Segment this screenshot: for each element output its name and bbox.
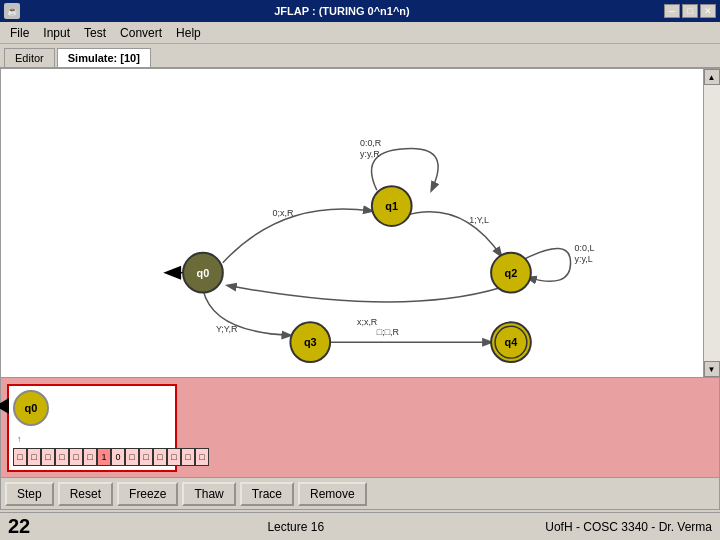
state-q1-label: q1	[385, 200, 398, 212]
maximize-button[interactable]: □	[682, 4, 698, 18]
tape-cell-2: □	[41, 448, 55, 466]
diagram-svg: 0;x,R 0:0,R y:y,R 1;Y,L x;x,R 0:0,L y:y,…	[1, 69, 703, 377]
current-state-circle: q0	[13, 390, 49, 426]
slide-number: 22	[8, 515, 30, 538]
tape-pointer-indicator: ↑	[17, 434, 171, 444]
state-q2-label: q2	[505, 267, 518, 279]
edge-q0-q1	[223, 209, 372, 263]
tape-cell-0: □	[13, 448, 27, 466]
label-q1-q2: 1;Y,L	[469, 215, 489, 225]
tape-cell-13: □	[195, 448, 209, 466]
freeze-button[interactable]: Freeze	[117, 482, 178, 506]
tab-bar: Editor Simulate: [10]	[0, 44, 720, 68]
label-q0-q3: Y;Y,R	[216, 324, 238, 334]
tape-cell-8: □	[125, 448, 139, 466]
state-pointer-arrow	[0, 398, 9, 414]
label-q2-q2b: y:y,L	[575, 254, 593, 264]
lecture-label: Lecture 16	[46, 520, 545, 534]
menu-convert[interactable]: Convert	[114, 24, 168, 42]
minimize-button[interactable]: ─	[664, 4, 680, 18]
tape-cell-3: □	[55, 448, 69, 466]
state-display-box: q0 ↑ □□□□□□10□□□□□□	[7, 384, 177, 472]
app-icon: ☕	[4, 3, 20, 19]
scroll-up-button[interactable]: ▲	[704, 69, 720, 85]
menu-bar: File Input Test Convert Help	[0, 22, 720, 44]
tape-cell-12: □	[181, 448, 195, 466]
label-q0-q1: 0;x,R	[273, 208, 294, 218]
edge-q2-q0	[228, 286, 501, 302]
tab-simulate[interactable]: Simulate: [10]	[57, 48, 151, 67]
title-bar: ☕ JFLAP : (TURING 0^n1^n) ─ □ ✕	[0, 0, 720, 22]
tape-row: □□□□□□10□□□□□□	[13, 448, 171, 466]
course-info: UofH - COSC 3340 - Dr. Verma	[545, 520, 712, 534]
scroll-track	[704, 85, 720, 361]
label-q2-q2: 0:0,L	[575, 243, 595, 253]
label-q1-q1: 0:0,R	[360, 138, 382, 148]
state-q3-label: q3	[304, 336, 317, 348]
remove-button[interactable]: Remove	[298, 482, 367, 506]
scrollbar-vertical[interactable]: ▲ ▼	[703, 69, 719, 377]
menu-file[interactable]: File	[4, 24, 35, 42]
trace-button[interactable]: Trace	[240, 482, 294, 506]
tape-cell-5: □	[83, 448, 97, 466]
tape-cell-7: 0	[111, 448, 125, 466]
step-button[interactable]: Step	[5, 482, 54, 506]
menu-help[interactable]: Help	[170, 24, 207, 42]
tab-editor[interactable]: Editor	[4, 48, 55, 67]
label-q3-q4: □;□,R	[377, 327, 400, 337]
title-buttons: ─ □ ✕	[664, 4, 716, 18]
scroll-down-button[interactable]: ▼	[704, 361, 720, 377]
state-q0-label: q0	[197, 267, 210, 279]
diagram-canvas: 0;x,R 0:0,R y:y,R 1;Y,L x;x,R 0:0,L y:y,…	[1, 69, 703, 377]
edge-q1-q1	[372, 148, 439, 190]
title-text: JFLAP : (TURING 0^n1^n)	[20, 5, 664, 17]
action-bar: Step Reset Freeze Thaw Trace Remove	[0, 478, 720, 510]
tape-cell-10: □	[153, 448, 167, 466]
tape-cell-9: □	[139, 448, 153, 466]
tape-cell-11: □	[167, 448, 181, 466]
menu-input[interactable]: Input	[37, 24, 76, 42]
menu-test[interactable]: Test	[78, 24, 112, 42]
tape-cell-1: □	[27, 448, 41, 466]
tape-cell-6: 1	[97, 448, 111, 466]
tape-cells: □□□□□□10□□□□□□	[13, 448, 209, 466]
simulation-panel: q0 ↑ □□□□□□10□□□□□□	[0, 378, 720, 478]
state-q4-label: q4	[505, 336, 518, 348]
label-q1-q1b: y:y,R	[360, 149, 380, 159]
main-diagram-area: 0;x,R 0:0,R y:y,R 1;Y,L x;x,R 0:0,L y:y,…	[0, 68, 720, 378]
reset-button[interactable]: Reset	[58, 482, 113, 506]
current-state-text: q0	[25, 402, 38, 414]
bottom-bar: 22 Lecture 16 UofH - COSC 3340 - Dr. Ver…	[0, 512, 720, 540]
tape-cell-4: □	[69, 448, 83, 466]
close-button[interactable]: ✕	[700, 4, 716, 18]
label-q2-q0: x;x,R	[357, 317, 378, 327]
thaw-button[interactable]: Thaw	[182, 482, 235, 506]
